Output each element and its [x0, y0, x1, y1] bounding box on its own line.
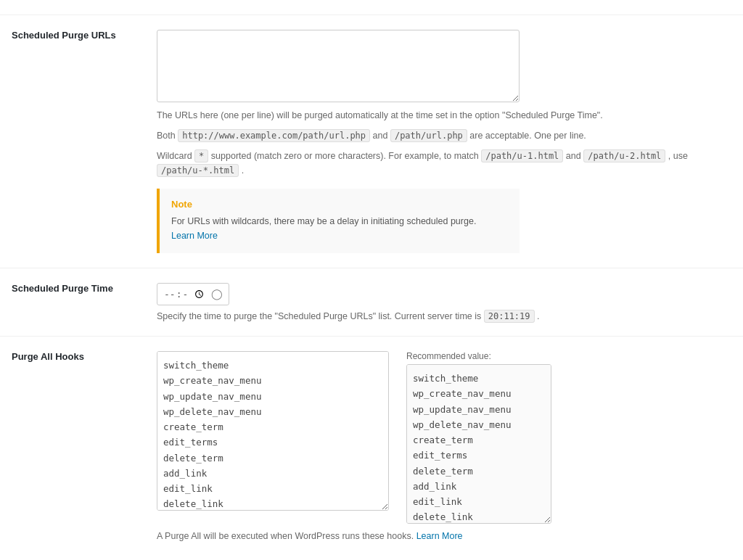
note-body: For URLs with wildcards, there may be a …	[171, 216, 476, 226]
hooks-left: switch_theme wp_create_nav_menu wp_updat…	[157, 351, 389, 511]
url-description-2-and: and	[373, 131, 388, 141]
scheduled-purge-urls-label: Scheduled Purge URLs	[12, 30, 116, 41]
hooks-right: Recommended value: switch_theme wp_creat…	[406, 351, 551, 524]
url-description-2-suffix: are acceptable. One per line.	[469, 131, 586, 141]
clock-icon: ◯	[211, 288, 223, 300]
note-text: For URLs with wildcards, there may be a …	[171, 214, 508, 243]
learn-more-link-2[interactable]: Learn More	[416, 531, 463, 541]
url-description-2-prefix: Both	[157, 131, 176, 141]
path-example-1: /path/u-1.html	[481, 149, 563, 162]
purge-all-hooks-label: Purge All Hooks	[12, 351, 84, 362]
hooks-textarea[interactable]: switch_theme wp_create_nav_menu wp_updat…	[157, 351, 389, 511]
note-title: Note	[171, 199, 508, 210]
note-box: Note For URLs with wildcards, there may …	[157, 189, 520, 253]
recommended-label: Recommended value:	[406, 351, 551, 361]
wildcard-code: *	[194, 149, 208, 162]
purge-all-description-prefix: A Purge All will be executed when WordPr…	[157, 531, 414, 541]
hooks-recommended-textarea[interactable]: switch_theme wp_create_nav_menu wp_updat…	[406, 364, 551, 524]
time-input[interactable]	[163, 287, 207, 302]
url-description-3-prefix: Wildcard	[157, 151, 192, 161]
scheduled-purge-time-label: Scheduled Purge Time	[12, 283, 113, 294]
time-description-suffix: .	[537, 311, 539, 321]
url-example-2: /path/url.php	[390, 129, 467, 142]
url-description-3-and: and	[566, 151, 581, 161]
path-example-2: /path/u-2.html	[583, 149, 665, 162]
path-wildcard-example: /path/u-*.html	[157, 164, 239, 177]
url-example-1: http://www.example.com/path/url.php	[178, 129, 370, 142]
url-description-3-use: , use	[668, 151, 688, 161]
url-description-3-middle: supported (match zero or more characters…	[211, 151, 479, 161]
hooks-section: switch_theme wp_create_nav_menu wp_updat…	[157, 351, 731, 524]
url-description-1: The URLs here (one per line) will be pur…	[157, 110, 603, 120]
learn-more-link-1[interactable]: Learn More	[171, 231, 218, 241]
time-description-prefix: Specify the time to purge the "Scheduled…	[157, 311, 481, 321]
scheduled-purge-urls-textarea[interactable]	[157, 30, 520, 102]
time-input-wrapper[interactable]: ◯	[157, 283, 229, 306]
url-description-3-suffix: .	[242, 165, 244, 176]
server-time: 20:11:19	[484, 310, 535, 323]
